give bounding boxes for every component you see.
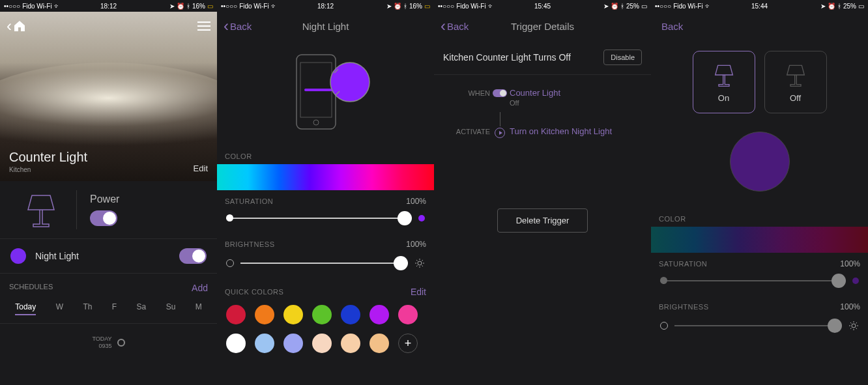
on-label: On	[718, 93, 729, 103]
day-tab[interactable]: M	[195, 302, 202, 315]
signal-dots-icon: ••○○○	[221, 3, 237, 10]
color-swatch[interactable]	[283, 334, 303, 353]
trigger-name: Kitchen Counter Light Turns Off	[443, 52, 603, 63]
menu-button[interactable]	[197, 21, 210, 31]
hue-slider[interactable]	[651, 227, 868, 253]
color-swatch[interactable]	[369, 334, 389, 353]
svg-line-19	[850, 322, 852, 324]
svg-point-2	[313, 120, 319, 125]
when-device[interactable]: Counter Light	[510, 88, 560, 98]
power-toggle[interactable]	[90, 210, 117, 226]
connector-line	[443, 112, 510, 126]
day-tab[interactable]: Today	[15, 302, 36, 315]
back-label: Back	[447, 21, 469, 32]
add-swatch-button[interactable]: +	[398, 334, 418, 353]
back-button[interactable]: Back	[658, 21, 683, 32]
day-tab[interactable]: F	[112, 302, 117, 315]
back-label: Back	[230, 21, 252, 32]
color-swatch[interactable]	[398, 305, 418, 324]
day-tab[interactable]: W	[56, 302, 63, 315]
color-swatch[interactable]	[312, 334, 332, 353]
marker-knob-icon[interactable]	[117, 339, 125, 347]
when-label: WHEN	[443, 88, 490, 97]
color-swatch[interactable]	[255, 334, 274, 353]
clock: 15:45	[534, 3, 551, 10]
day-tab[interactable]: Su	[166, 302, 176, 315]
off-label: Off	[790, 93, 801, 103]
color-swatch[interactable]	[283, 305, 303, 324]
delete-trigger-button[interactable]: Delete Trigger	[497, 208, 588, 233]
brightness-label: BRIGHTNESS	[659, 303, 709, 311]
clock: 15:44	[751, 3, 768, 10]
scene-row[interactable]: Night Light	[0, 239, 217, 274]
signal-dots-icon: ••○○○	[655, 3, 671, 10]
color-swatch[interactable]	[341, 334, 360, 353]
svg-point-4	[330, 63, 369, 102]
device-hero-image: ‹ Counter Light Kitchen Edit	[0, 12, 217, 181]
add-schedule-button[interactable]: Add	[192, 283, 208, 293]
back-button[interactable]: ‹Back	[441, 17, 469, 35]
page-title: Trigger Details	[511, 21, 574, 32]
battery-icon: ▭	[641, 3, 647, 10]
battery-icon: ▭	[207, 3, 213, 10]
alarm-icon: ⏰	[394, 3, 401, 10]
saturation-label: SATURATION	[225, 197, 273, 205]
brightness-slider[interactable]	[240, 263, 408, 264]
off-button[interactable]: Off	[764, 51, 827, 113]
page-title: Night Light	[302, 21, 349, 32]
color-swatch[interactable]	[369, 305, 389, 324]
brightness-label: BRIGHTNESS	[225, 240, 275, 248]
saturation-value: 100%	[840, 259, 860, 268]
saturation-slider[interactable]	[660, 280, 846, 281]
scene-toggle[interactable]	[179, 248, 207, 264]
lamp-icon	[23, 190, 59, 229]
saturation-slider[interactable]	[226, 218, 412, 219]
brightness-low-icon	[226, 259, 234, 267]
battery-pct: 16%	[409, 3, 422, 10]
marker-time: 0935	[92, 343, 111, 350]
on-button[interactable]: On	[693, 51, 755, 113]
location-icon: ➤	[603, 3, 609, 10]
day-tabs: Today W Th F Sa Su M	[0, 300, 217, 324]
schedules-label: SCHEDULES	[9, 283, 53, 293]
color-swatch[interactable]	[312, 305, 332, 324]
disable-button[interactable]: Disable	[603, 50, 642, 65]
svg-rect-0	[297, 55, 336, 129]
wifi-icon: ᯤ	[271, 3, 278, 10]
svg-point-14	[852, 324, 856, 328]
device-title: Counter Light	[9, 150, 87, 165]
svg-line-11	[422, 266, 424, 267]
bluetooth-icon: ᚼ	[620, 3, 624, 10]
brightness-high-icon	[414, 258, 425, 268]
edit-button[interactable]: Edit	[194, 164, 208, 173]
hue-slider[interactable]	[217, 164, 434, 190]
saturation-color-dot	[418, 215, 425, 221]
back-button[interactable]: ‹Back	[224, 17, 252, 35]
marker-label: TODAY	[92, 335, 111, 343]
signal-dots-icon: ••○○○	[4, 3, 20, 10]
screen-color-onoff: ••○○○Fido Wi-Fiᯤ 15:44 ➤⏰ᚼ25%▭ Back On O…	[651, 0, 868, 385]
battery-icon: ▭	[858, 3, 864, 10]
activate-label: ACTIVATE	[443, 126, 490, 135]
svg-line-21	[850, 328, 852, 330]
activate-action[interactable]: Turn on Kitchen Night Light	[510, 126, 612, 136]
bluetooth-icon: ᚼ	[186, 3, 190, 10]
color-swatch[interactable]	[226, 305, 246, 324]
color-label: COLOR	[651, 208, 868, 227]
color-swatch[interactable]	[255, 305, 274, 324]
timeline-marker: TODAY0935	[0, 324, 217, 350]
power-label: Power	[90, 193, 119, 205]
edit-quick-colors-button[interactable]: Edit	[411, 287, 426, 297]
status-bar: ••○○○Fido Wi-Fiᯤ 15:45 ➤⏰ᚼ25%▭	[434, 0, 651, 12]
day-tab[interactable]: Th	[83, 302, 92, 315]
brightness-slider[interactable]	[674, 325, 842, 326]
screen-counter-light: ••○○○Fido Wi-Fiᯤ 18:12 ➤⏰ᚼ16%▭ ‹ Counter…	[0, 0, 217, 385]
day-tab[interactable]: Sa	[137, 302, 147, 315]
home-button[interactable]: ‹	[7, 17, 26, 35]
carrier: Fido Wi-Fi	[456, 3, 486, 10]
color-swatch[interactable]	[226, 334, 246, 353]
bluetooth-icon: ᚼ	[837, 3, 841, 10]
color-swatch[interactable]	[341, 305, 360, 324]
location-icon: ➤	[386, 3, 392, 10]
carrier: Fido Wi-Fi	[239, 3, 269, 10]
